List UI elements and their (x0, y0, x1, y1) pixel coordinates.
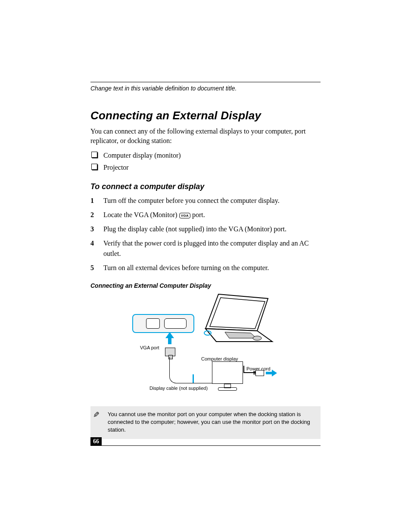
port-panel-zoom (132, 314, 194, 333)
step-number: 3 (90, 224, 94, 234)
footer-rule (90, 445, 321, 446)
step-item: 1 Turn off the computer before you conne… (90, 196, 321, 205)
power-cord-line (243, 372, 255, 373)
list-item-label: Projector (103, 164, 129, 171)
pencil-note-icon: ✎ (93, 410, 100, 420)
connection-diagram: VGA port Computer display Power cord Dis… (128, 292, 283, 400)
square-bullet-icon (91, 164, 97, 170)
note-box: ✎ You cannot use the monitor port on you… (90, 406, 321, 439)
computer-display-label: Computer display (201, 356, 238, 361)
vga-plug-icon (165, 348, 175, 356)
power-cord-label: Power cord (246, 366, 271, 371)
monitor-screen (212, 361, 243, 384)
header-rule (90, 82, 321, 82)
page-footer: 66 (90, 437, 321, 446)
document-page: Change text in this variable definition … (0, 0, 411, 532)
vga-port-icon (164, 318, 187, 329)
list-item: Computer display (monitor) (90, 150, 321, 161)
figure-container: VGA port Computer display Power cord Dis… (90, 292, 321, 400)
display-cable-label: Display cable (not supplied) (149, 386, 208, 391)
vga-port-icon: VGA (179, 213, 190, 218)
step-number: 4 (90, 238, 94, 248)
laptop-icon (193, 290, 279, 350)
monitor-base (218, 387, 237, 391)
step-item: 3 Plug the display cable (not supplied) … (90, 224, 321, 234)
power-cord-line (243, 366, 244, 372)
step-item: 2 Locate the VGA (Monitor) VGA port. (90, 210, 321, 220)
list-item-label: Computer display (monitor) (103, 152, 181, 159)
step-text-after: port. (190, 211, 205, 218)
step-item: 4 Verify that the power cord is plugged … (90, 238, 321, 258)
monitor-icon (212, 361, 242, 391)
subsection-title: To connect a computer display (90, 182, 321, 191)
figure-caption: Connecting an External Computer Display (90, 282, 321, 289)
list-item: Projector (90, 162, 321, 173)
step-text: Plug the display cable (not supplied) in… (103, 225, 286, 233)
ethernet-port-icon (146, 318, 160, 329)
step-text: Verify that the power cord is plugged in… (103, 240, 309, 257)
step-text-before: Locate the VGA (Monitor) (103, 211, 179, 218)
note-text: You cannot use the monitor port on your … (108, 411, 310, 433)
vga-port-label: VGA port (140, 345, 159, 350)
step-text: Turn on all external devices before turn… (103, 264, 269, 271)
arrow-up-icon (167, 332, 173, 344)
running-header: Change text in this variable definition … (90, 85, 321, 92)
section-title: Connecting an External Display (90, 109, 321, 122)
page-number: 66 (90, 437, 102, 446)
display-type-list: Computer display (monitor) Projector (90, 150, 321, 173)
step-number: 1 (90, 196, 94, 205)
cable-highlight (193, 374, 194, 383)
svg-point-4 (253, 336, 262, 340)
intro-paragraph: You can connect any of the following ext… (90, 127, 321, 146)
step-item: 5 Turn on all external devices before tu… (90, 263, 321, 273)
procedure-steps: 1 Turn off the computer before you conne… (90, 196, 321, 273)
step-text: Turn off the computer before you connect… (103, 197, 280, 204)
square-bullet-icon (91, 152, 97, 158)
step-number: 5 (90, 263, 94, 273)
step-number: 2 (90, 210, 94, 220)
